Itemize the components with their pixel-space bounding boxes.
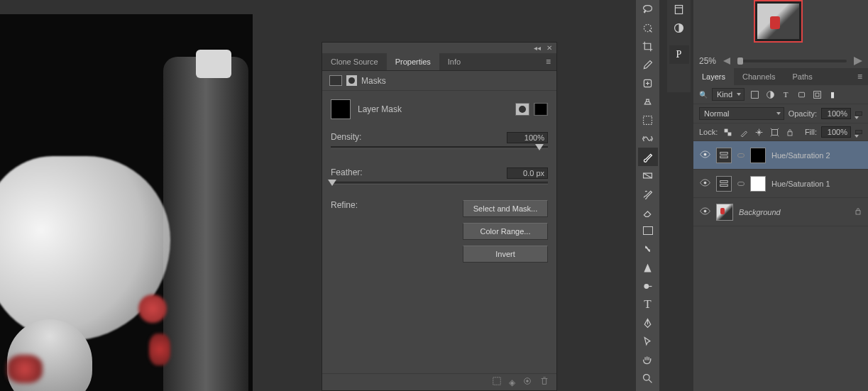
adjustment-thumb[interactable]: [716, 176, 732, 192]
content-aware-move-tool[interactable]: [638, 129, 658, 148]
lock-transparency-icon[interactable]: [722, 128, 733, 137]
lock-all-icon[interactable]: [784, 128, 796, 137]
dodge-tool[interactable]: [638, 277, 658, 295]
svg-rect-7: [644, 116, 652, 124]
feather-slider-handle[interactable]: [328, 180, 336, 186]
lock-image-icon[interactable]: [737, 128, 749, 137]
filter-toggle-icon[interactable]: ▮: [827, 90, 838, 99]
visibility-toggle[interactable]: [699, 179, 710, 189]
tab-paths[interactable]: Paths: [784, 68, 821, 85]
filter-adjustment-icon[interactable]: [764, 90, 776, 99]
density-slider-handle[interactable]: [535, 144, 544, 150]
layers-menu-icon[interactable]: ≡: [852, 68, 868, 85]
tab-clone-source[interactable]: Clone Source: [322, 53, 387, 70]
layer-item-hue-sat-1[interactable]: Hue/Saturation 1: [693, 170, 868, 198]
svg-point-9: [644, 284, 649, 289]
zoom-in-icon[interactable]: [854, 57, 862, 65]
invert-button[interactable]: Invert: [463, 246, 548, 263]
zoom-slider[interactable]: [737, 60, 847, 62]
paragraph-panel-icon[interactable]: P: [669, 45, 689, 64]
pixel-mask-button[interactable]: [515, 103, 529, 116]
sharpen-tool[interactable]: [638, 258, 658, 277]
rectangle-tool[interactable]: [638, 221, 658, 240]
layer-thumb[interactable]: [716, 204, 733, 221]
document-canvas[interactable]: [0, 14, 253, 391]
navigator-panel: 25%: [693, 0, 868, 68]
disable-mask-icon[interactable]: [522, 376, 532, 388]
clone-stamp-tool[interactable]: [638, 92, 658, 111]
zoom-out-icon[interactable]: [723, 57, 730, 65]
path-selection-tool[interactable]: [638, 332, 658, 351]
tab-layers[interactable]: Layers: [693, 68, 734, 85]
visibility-toggle[interactable]: [699, 207, 710, 217]
zoom-tool[interactable]: [638, 369, 658, 387]
smudge-tool[interactable]: [638, 240, 658, 258]
opacity-dropdown[interactable]: [855, 111, 862, 116]
hand-tool[interactable]: [638, 351, 658, 369]
mask-link-icon[interactable]: [737, 182, 745, 186]
visibility-toggle[interactable]: [699, 150, 710, 160]
close-icon[interactable]: ✕: [546, 44, 552, 52]
layer-item-background[interactable]: Background: [693, 198, 868, 226]
type-tool[interactable]: T: [638, 295, 658, 314]
feather-label: Feather:: [331, 167, 363, 179]
lock-icon[interactable]: [854, 206, 862, 218]
lock-position-icon[interactable]: [753, 128, 764, 137]
feather-slider[interactable]: [331, 182, 548, 185]
panel-dock: P: [667, 0, 691, 92]
layer-mask-label: Layer Mask: [358, 104, 402, 114]
layer-name[interactable]: Background: [739, 208, 781, 216]
zoom-value[interactable]: 25%: [699, 56, 716, 66]
pen-tool[interactable]: [638, 314, 658, 332]
lasso-tool[interactable]: [638, 0, 658, 18]
density-value[interactable]: 100%: [507, 132, 548, 143]
fill-dropdown[interactable]: [855, 130, 862, 134]
density-slider[interactable]: [331, 146, 548, 149]
tab-info[interactable]: Info: [439, 53, 469, 70]
panel-menu-icon[interactable]: ≡: [540, 53, 556, 70]
libraries-icon[interactable]: [669, 0, 689, 18]
mask-mode-icon[interactable]: [346, 75, 357, 86]
svg-rect-29: [856, 210, 860, 214]
color-range-button[interactable]: Color Range...: [463, 223, 548, 240]
adjustment-thumb[interactable]: [716, 148, 732, 163]
apply-mask-icon[interactable]: ◈: [509, 378, 515, 387]
layer-name[interactable]: Hue/Saturation 1: [771, 180, 830, 188]
layer-name[interactable]: Hue/Saturation 2: [771, 151, 830, 160]
filter-smart-icon[interactable]: [811, 90, 823, 99]
marquee-tool[interactable]: [638, 111, 658, 129]
gradient-tool[interactable]: [638, 166, 658, 185]
layer-mask-thumb[interactable]: [750, 148, 766, 163]
select-and-mask-button[interactable]: Select and Mask...: [463, 200, 548, 217]
layer-filter-kind[interactable]: Kind: [712, 88, 745, 101]
healing-brush-tool[interactable]: [638, 74, 658, 92]
opacity-value[interactable]: 100%: [821, 108, 851, 119]
filter-pixel-icon[interactable]: [749, 90, 760, 99]
adjustment-icon[interactable]: [329, 75, 342, 86]
eyedropper-tool[interactable]: [638, 55, 658, 74]
mask-link-icon[interactable]: [737, 153, 745, 158]
quick-selection-tool[interactable]: [638, 18, 658, 37]
mask-from-selection-icon[interactable]: [492, 376, 502, 388]
history-brush-tool[interactable]: [638, 185, 658, 203]
blend-mode-select[interactable]: Normal: [699, 107, 784, 120]
layer-item-hue-sat-2[interactable]: Hue/Saturation 2: [693, 141, 868, 170]
tab-properties[interactable]: Properties: [387, 53, 439, 70]
delete-mask-icon[interactable]: [539, 376, 549, 388]
filter-type-icon[interactable]: T: [780, 90, 791, 99]
brush-tool[interactable]: [638, 148, 658, 166]
adjustments-icon[interactable]: [669, 18, 689, 37]
filter-shape-icon[interactable]: [796, 90, 807, 99]
svg-rect-24: [720, 155, 728, 158]
tab-channels[interactable]: Channels: [734, 68, 784, 85]
eraser-tool[interactable]: [638, 203, 658, 221]
crop-tool[interactable]: [638, 37, 658, 55]
layer-mask-thumb[interactable]: [750, 176, 766, 192]
mask-thumbnail[interactable]: [331, 99, 351, 119]
vector-mask-button[interactable]: [534, 103, 548, 116]
feather-value[interactable]: 0.0 px: [507, 167, 548, 179]
lock-artboard-icon[interactable]: [769, 128, 780, 137]
collapse-icon[interactable]: ◂◂: [534, 44, 541, 52]
fill-value[interactable]: 100%: [821, 126, 851, 138]
navigator-thumbnail[interactable]: [754, 0, 803, 43]
